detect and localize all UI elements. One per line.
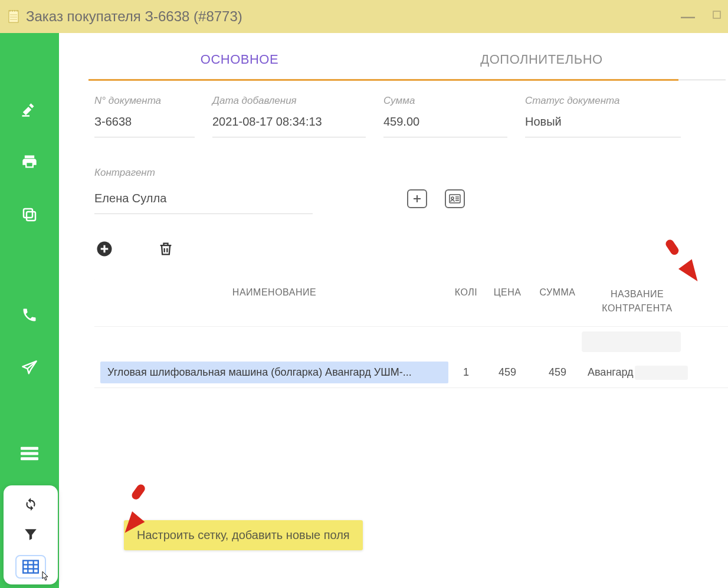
main-content: ОСНОВНОЕ ДОПОЛНИТЕЛЬНО N° документа З-66… bbox=[59, 33, 728, 588]
field-doc-number: N° документа З-6638 bbox=[94, 95, 206, 137]
cell-qty: 1 bbox=[448, 366, 484, 379]
window-title: Заказ покупателя З-6638 (#8773) bbox=[26, 8, 242, 25]
auction-icon[interactable] bbox=[19, 98, 40, 119]
tab-extra[interactable]: ДОПОЛНИТЕЛЬНО bbox=[391, 45, 693, 79]
delete-row-button[interactable] bbox=[156, 239, 176, 259]
value-sum: 459.00 bbox=[383, 115, 507, 137]
menu-icon[interactable] bbox=[19, 443, 40, 464]
th-price: ЦЕНА bbox=[484, 287, 531, 316]
label-date: Дата добавления bbox=[212, 95, 366, 107]
cell-price: 459 bbox=[484, 366, 531, 379]
label-contragent: Контрагент bbox=[94, 167, 693, 179]
filter-cell-counterparty[interactable] bbox=[582, 331, 681, 352]
add-row-button[interactable] bbox=[94, 239, 114, 259]
table-row[interactable]: Угловая шлифовальная машина (болгарка) А… bbox=[94, 357, 728, 388]
tabs: ОСНОВНОЕ ДОПОЛНИТЕЛЬНО bbox=[88, 45, 693, 79]
label-doc-number: N° документа bbox=[94, 95, 195, 107]
svg-rect-12 bbox=[21, 457, 38, 460]
redacted-mask bbox=[635, 366, 688, 380]
window-controls: — bbox=[681, 8, 721, 25]
th-qty: КОЛІ bbox=[448, 287, 484, 316]
svg-point-21 bbox=[451, 197, 454, 199]
label-sum: Сумма bbox=[383, 95, 507, 107]
minimize-button[interactable]: — bbox=[681, 8, 695, 25]
table-filter-row bbox=[94, 326, 728, 357]
filter-icon[interactable] bbox=[21, 524, 41, 544]
table-toolbar bbox=[94, 239, 693, 259]
svg-rect-8 bbox=[27, 212, 35, 221]
field-date: Дата добавления 2021-08-17 08:34:13 bbox=[212, 95, 378, 137]
label-status: Статус документа bbox=[525, 95, 681, 107]
cell-counterparty-text: Авангард bbox=[588, 366, 634, 377]
contragent-block: Контрагент Елена Сулла bbox=[94, 167, 693, 214]
contragent-card-button[interactable] bbox=[445, 189, 465, 208]
send-icon[interactable] bbox=[19, 357, 40, 379]
window-titlebar: Заказ покупателя З-6638 (#8773) — bbox=[0, 0, 728, 33]
table-header: НАИМЕНОВАНИЕ КОЛІ ЦЕНА СУММА НАЗВАНИЕ КО… bbox=[94, 277, 728, 326]
copy-icon[interactable] bbox=[19, 204, 40, 225]
maximize-button[interactable] bbox=[713, 11, 721, 19]
cursor-pointer-icon bbox=[39, 570, 51, 583]
cell-sum: 459 bbox=[531, 366, 584, 379]
cell-counterparty: Авангард bbox=[584, 366, 690, 380]
refresh-icon[interactable] bbox=[21, 494, 41, 514]
sidebar bbox=[0, 33, 59, 588]
svg-rect-11 bbox=[21, 452, 38, 455]
floating-tool-panel bbox=[4, 485, 58, 584]
field-status: Статус документа Новый bbox=[525, 95, 693, 137]
svg-rect-10 bbox=[21, 447, 38, 450]
header-fields: N° документа З-6638 Дата добавления 2021… bbox=[94, 95, 693, 137]
value-date: 2021-08-17 08:34:13 bbox=[212, 115, 366, 137]
grid-settings-tooltip: Настроить сетку, добавить новые поля bbox=[124, 520, 363, 550]
items-table: НАИМЕНОВАНИЕ КОЛІ ЦЕНА СУММА НАЗВАНИЕ КО… bbox=[94, 277, 728, 388]
cell-name[interactable]: Угловая шлифовальная машина (болгарка) А… bbox=[100, 362, 448, 383]
phone-icon[interactable] bbox=[19, 304, 40, 326]
svg-rect-0 bbox=[9, 11, 18, 22]
contragent-input[interactable]: Елена Сулла bbox=[94, 187, 313, 214]
svg-rect-13 bbox=[23, 561, 38, 573]
value-doc-number: З-6638 bbox=[94, 115, 195, 137]
svg-rect-9 bbox=[24, 209, 32, 218]
add-contragent-button[interactable] bbox=[407, 189, 427, 208]
field-sum: Сумма 459.00 bbox=[383, 95, 519, 137]
app-notepad-icon bbox=[7, 10, 20, 23]
grid-settings-button[interactable] bbox=[15, 555, 46, 579]
print-icon[interactable] bbox=[19, 151, 40, 172]
th-sum: СУММА bbox=[531, 287, 584, 316]
tab-main[interactable]: ОСНОВНОЕ bbox=[88, 45, 391, 79]
value-status: Новый bbox=[525, 115, 681, 137]
tab-underline bbox=[88, 79, 678, 81]
th-name: НАИМЕНОВАНИЕ bbox=[100, 287, 448, 316]
th-counterparty: НАЗВАНИЕ КОНТРАГЕНТА bbox=[584, 287, 690, 316]
